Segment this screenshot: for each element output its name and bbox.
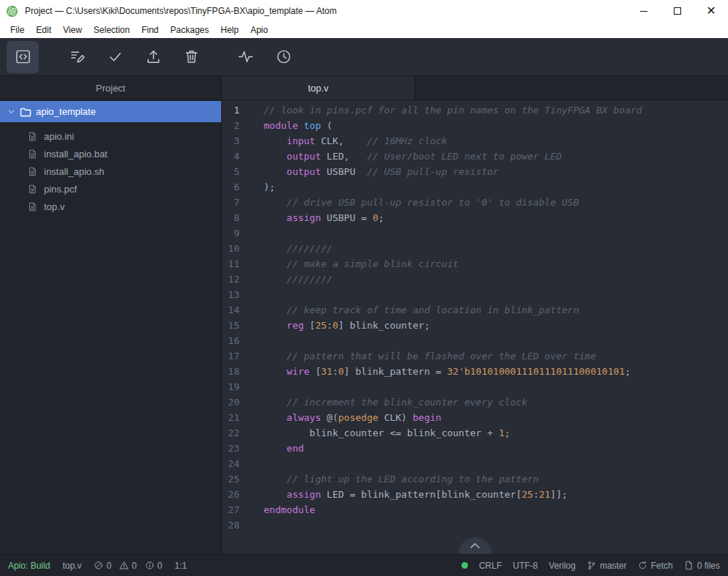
upload-button[interactable]	[137, 41, 169, 73]
code-editor-button[interactable]	[7, 41, 39, 73]
code-line-11[interactable]: 11 // make a simple blink circuit	[222, 256, 728, 272]
code-line-28[interactable]: 28	[222, 517, 728, 533]
menu-apio[interactable]: Apio	[245, 23, 274, 37]
code-line-24[interactable]: 24	[222, 456, 728, 471]
title-bar: Project — C:\Users\Kiki\Documents\repos\…	[0, 0, 728, 22]
line-ending-selector[interactable]: CRLF	[479, 561, 502, 571]
status-left: Apio: Build top.v 000 1:1	[8, 561, 187, 571]
tree-file-install-apio-sh[interactable]: install_apio.sh	[0, 162, 221, 180]
info-circle-indicator[interactable]: 0	[145, 561, 163, 571]
info-circle-icon	[145, 561, 155, 570]
code-line-3[interactable]: 3 input CLK, // 16MHz clock	[222, 133, 728, 149]
code-line-20[interactable]: 20 // increment the blink_counter every …	[222, 394, 728, 410]
tree-file-install-apio-bat[interactable]: install_apio.bat	[0, 145, 221, 162]
window-controls: ✕	[627, 0, 728, 22]
menu-view[interactable]: View	[57, 23, 88, 37]
line-text: output LED, // User/boot LED next to pow…	[239, 149, 562, 164]
line-number: 13	[222, 287, 239, 302]
code-line-2[interactable]: 2module top (	[222, 118, 728, 133]
code-line-8[interactable]: 8 assign USBPU = 0;	[222, 210, 728, 225]
code-line-17[interactable]: 17 // pattern that will be flashed over …	[222, 348, 728, 364]
git-branch[interactable]: master	[587, 561, 627, 571]
status-filename[interactable]: top.v	[62, 561, 81, 571]
status-right: CRLF UTF-8 Verilog master Fetch 0 files	[461, 561, 720, 571]
line-text	[239, 517, 264, 533]
code-line-23[interactable]: 23 end	[222, 441, 728, 456]
tree-folder-apio_template[interactable]: apio_template	[0, 101, 221, 122]
file-text-icon	[28, 184, 37, 195]
cursor-position[interactable]: 1:1	[174, 561, 187, 571]
line-number: 2	[222, 118, 239, 133]
code-line-1[interactable]: 1// look in pins.pcf for all the pin nam…	[222, 102, 728, 118]
minimize-icon	[640, 11, 647, 12]
line-number: 26	[222, 487, 239, 502]
verify-button[interactable]	[61, 41, 93, 73]
code-line-13[interactable]: 13	[222, 287, 728, 302]
code-line-26[interactable]: 26 assign LED = blink_pattern[blink_coun…	[222, 487, 728, 502]
menu-packages[interactable]: Packages	[165, 23, 215, 37]
main-area: Project apio_template apio.iniinstall_ap…	[0, 76, 728, 554]
code-line-6[interactable]: 6);	[222, 179, 728, 195]
verify-icon	[69, 48, 86, 65]
encoding-selector[interactable]: UTF-8	[513, 561, 538, 571]
grammar-selector[interactable]: Verilog	[549, 561, 576, 571]
tab-top-v[interactable]: top.v	[222, 76, 415, 100]
line-text: // increment the blink_counter every clo…	[239, 394, 527, 410]
apio-build-status[interactable]: Apio: Build	[8, 561, 50, 571]
error-circle-indicator[interactable]: 0	[94, 561, 111, 571]
line-text: // look in pins.pcf for all the pin name…	[239, 102, 642, 118]
code-line-12[interactable]: 12 ////////	[222, 272, 728, 287]
code-line-14[interactable]: 14 // keep track of time and location in…	[222, 302, 728, 318]
menu-file[interactable]: File	[4, 23, 30, 37]
diagnostic-count: 0	[132, 561, 137, 571]
menu-selection[interactable]: Selection	[88, 23, 135, 37]
line-number: 19	[222, 379, 239, 394]
git-changed-files[interactable]: 0 files	[684, 561, 720, 571]
code-line-7[interactable]: 7 // drive USB pull-up resistor to '0' t…	[222, 195, 728, 210]
tree-file-apio-ini[interactable]: apio.ini	[0, 127, 221, 145]
maximize-button[interactable]	[661, 0, 694, 22]
code-line-19[interactable]: 19	[222, 379, 728, 394]
trash-button[interactable]	[175, 41, 207, 73]
warning-triangle-indicator[interactable]: 0	[119, 561, 137, 571]
waveform-button[interactable]	[229, 41, 261, 73]
line-text: always @(posedge CLK) begin	[239, 410, 442, 425]
code-line-5[interactable]: 5 output USBPU // USB pull-up resistor	[222, 164, 728, 179]
tree-file-top-v[interactable]: top.v	[0, 198, 221, 215]
git-fetch[interactable]: Fetch	[638, 561, 673, 571]
line-text	[239, 456, 264, 471]
code-line-18[interactable]: 18 wire [31:0] blink_pattern = 32'b10101…	[222, 364, 728, 379]
file-text-icon	[28, 166, 37, 177]
code-line-9[interactable]: 9	[222, 225, 728, 241]
code-line-10[interactable]: 10 ////////	[222, 241, 728, 256]
status-dot-icon	[461, 562, 468, 569]
maximize-icon	[674, 7, 681, 15]
tab-bar: top.v	[222, 76, 728, 100]
menu-find[interactable]: Find	[135, 23, 164, 37]
code-line-4[interactable]: 4 output LED, // User/boot LED next to p…	[222, 149, 728, 164]
clock-button[interactable]	[267, 41, 300, 73]
line-number: 11	[222, 256, 239, 272]
code-line-15[interactable]: 15 reg [25:0] blink_counter;	[222, 318, 728, 333]
file-text-icon	[28, 131, 37, 142]
line-text: ////////	[239, 272, 333, 287]
code-line-27[interactable]: 27endmodule	[222, 502, 728, 517]
line-text: // pattern that will be flashed over the…	[239, 348, 596, 364]
menu-edit[interactable]: Edit	[30, 23, 57, 37]
file-name: install_apio.bat	[44, 149, 108, 160]
clock-icon	[275, 48, 292, 65]
tree-view: apio_template apio.iniinstall_apio.batin…	[0, 100, 221, 554]
diagnostic-count: 0	[157, 561, 163, 571]
menu-help[interactable]: Help	[215, 23, 245, 37]
code-line-22[interactable]: 22 blink_counter <= blink_counter + 1;	[222, 425, 728, 441]
minimize-button[interactable]	[627, 0, 661, 22]
code-line-25[interactable]: 25 // light up the LED according to the …	[222, 471, 728, 487]
code-line-21[interactable]: 21 always @(posedge CLK) begin	[222, 410, 728, 425]
code-line-16[interactable]: 16	[222, 333, 728, 348]
tree-file-pins-pcf[interactable]: pins.pcf	[0, 180, 221, 198]
toolbar	[0, 38, 728, 76]
line-text: blink_counter <= blink_counter + 1;	[239, 425, 510, 441]
close-button[interactable]: ✕	[694, 0, 728, 22]
check-button[interactable]	[99, 41, 131, 73]
warning-triangle-icon	[119, 561, 129, 570]
